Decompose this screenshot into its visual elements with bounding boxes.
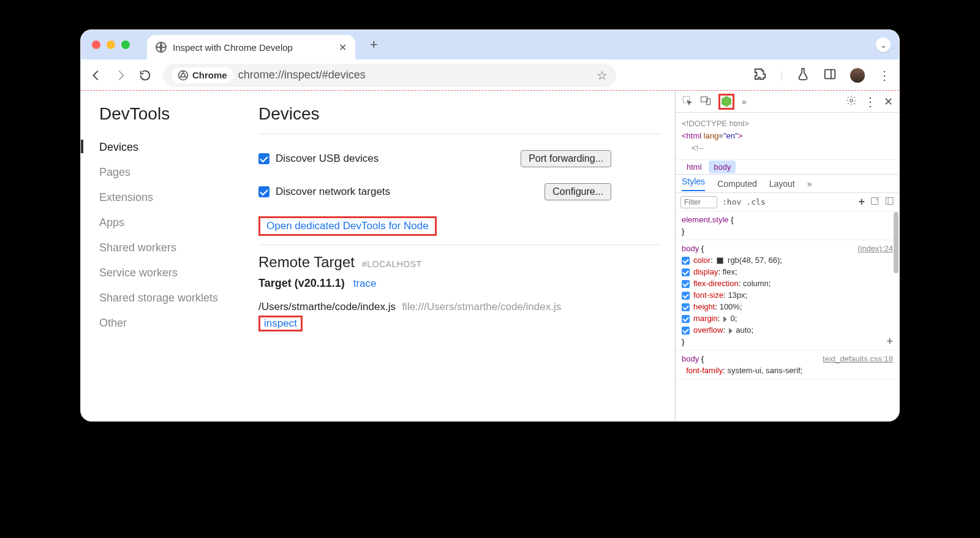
rule-source-2[interactable]: text_defaults.css:18: [823, 353, 893, 365]
sidebar-toggle-icon[interactable]: [884, 196, 894, 208]
remote-target-title: Remote Target: [258, 254, 355, 271]
rule-source[interactable]: (index):24: [858, 243, 893, 254]
svg-rect-8: [886, 198, 893, 205]
browser-tab[interactable]: Inspect with Chrome Develop ✕: [147, 35, 355, 59]
inspect-page: DevTools Devices Pages Extensions Apps S…: [81, 91, 675, 421]
panel-icon[interactable]: [823, 67, 837, 83]
more-tabs-icon[interactable]: »: [742, 97, 747, 107]
target-url: file:///Users/stmarthe/code/index.js: [402, 301, 561, 313]
sidebar-item-shared-workers[interactable]: Shared workers: [99, 235, 258, 260]
sidebar-title: DevTools: [99, 104, 258, 124]
trace-link[interactable]: trace: [353, 278, 377, 290]
add-property-icon[interactable]: +: [886, 336, 893, 347]
address-bar[interactable]: Chrome chrome://inspect/#devices ☆: [163, 64, 616, 87]
maximize-window-icon[interactable]: [121, 40, 130, 49]
target-path: /Users/stmarthe/code/index.js: [258, 301, 396, 313]
bookmark-star-icon[interactable]: ☆: [597, 68, 608, 83]
styles-tabs: Styles Computed Layout »: [676, 175, 899, 193]
sidebar-item-other[interactable]: Other: [99, 311, 258, 336]
rule-body[interactable]: (index):24 body { color: rgb(48, 57, 66)…: [676, 240, 899, 350]
new-rule-icon[interactable]: +: [858, 195, 865, 208]
configure-button[interactable]: Configure...: [545, 183, 611, 200]
flex-overlay-icon[interactable]: [870, 196, 880, 208]
more-styles-tabs-icon[interactable]: »: [807, 179, 812, 189]
devtools-panel: » ⋮ ✕ <!DOCTYPE html> <html lang="en"> <…: [675, 91, 899, 421]
css-property-color[interactable]: color: rgb(48, 57, 66);: [682, 254, 893, 266]
traffic-lights: [92, 40, 130, 49]
open-node-devtools-link[interactable]: Open dedicated DevTools for Node: [258, 216, 437, 236]
toolbar-right: | ⋮: [753, 67, 891, 83]
crumb-html[interactable]: html: [682, 161, 707, 173]
sidebar-item-apps[interactable]: Apps: [99, 210, 258, 235]
hov-toggle[interactable]: :hov: [722, 197, 741, 206]
sidebar-item-extensions[interactable]: Extensions: [99, 185, 258, 210]
rule-text-defaults[interactable]: text_defaults.css:18 body { font-family:…: [676, 350, 899, 379]
close-window-icon[interactable]: [92, 40, 100, 49]
browser-window: Inspect with Chrome Develop ✕ + ⌄ Chrome…: [80, 29, 900, 422]
devtools-menu-icon[interactable]: ⋮: [864, 94, 876, 109]
discover-network-checkbox[interactable]: [258, 186, 270, 197]
toolbar: Chrome chrome://inspect/#devices ☆ | ⋮: [81, 59, 899, 90]
extensions-icon[interactable]: [753, 67, 767, 83]
dom-breadcrumbs: html body: [676, 159, 899, 175]
new-tab-button[interactable]: +: [370, 37, 378, 53]
sidebar: DevTools Devices Pages Extensions Apps S…: [99, 104, 258, 421]
svg-point-1: [181, 74, 185, 77]
inspect-element-icon[interactable]: [682, 95, 693, 108]
profile-avatar[interactable]: [850, 68, 865, 83]
page-title: Devices: [258, 104, 660, 124]
sidebar-item-service-workers[interactable]: Service workers: [99, 260, 258, 286]
settings-gear-icon[interactable]: [846, 95, 857, 108]
css-property-font-size[interactable]: font-size: 13px;: [682, 289, 893, 301]
styles-filter-input[interactable]: [680, 196, 717, 208]
css-property-height[interactable]: height: 100%;: [682, 301, 893, 313]
close-devtools-icon[interactable]: ✕: [884, 95, 893, 108]
devtools-scrollbar[interactable]: [894, 212, 899, 273]
content: DevTools Devices Pages Extensions Apps S…: [81, 90, 899, 421]
tab-layout[interactable]: Layout: [769, 179, 795, 189]
globe-icon: [156, 42, 167, 53]
back-button[interactable]: [89, 69, 103, 82]
cls-toggle[interactable]: .cls: [746, 197, 765, 206]
tabs-dropdown-button[interactable]: ⌄: [876, 37, 891, 52]
svg-point-6: [850, 99, 853, 102]
discover-usb-label: Discover USB devices: [276, 153, 379, 165]
url-text: chrome://inspect/#devices: [238, 69, 608, 81]
styles-filter-bar: :hov .cls +: [676, 193, 899, 211]
tab-computed[interactable]: Computed: [717, 179, 757, 189]
node-devtools-icon[interactable]: [718, 94, 734, 110]
inspect-link[interactable]: inspect: [258, 316, 303, 332]
menu-icon[interactable]: ⋮: [878, 68, 891, 83]
discover-network-label: Discover network targets: [276, 186, 390, 198]
minimize-window-icon[interactable]: [107, 40, 115, 49]
css-property-overflow[interactable]: overflow: auto;: [682, 324, 893, 336]
close-tab-icon[interactable]: ✕: [339, 42, 347, 53]
target-label: Target (v20.11.1): [258, 277, 345, 290]
crumb-body[interactable]: body: [709, 161, 736, 173]
forward-button[interactable]: [114, 69, 127, 82]
main: Devices Discover USB devices Port forwar…: [258, 104, 675, 421]
css-property-margin[interactable]: margin: 0;: [682, 313, 893, 324]
tab-title: Inspect with Chrome Develop: [173, 42, 333, 53]
sidebar-item-devices[interactable]: Devices: [99, 135, 258, 160]
css-property-flex-direction[interactable]: flex-direction: column;: [682, 278, 893, 289]
devtools-toolbar: » ⋮ ✕: [676, 91, 899, 113]
sidebar-item-pages[interactable]: Pages: [99, 160, 258, 185]
chrome-chip: Chrome: [172, 67, 233, 83]
chrome-chip-label: Chrome: [192, 70, 227, 80]
titlebar: Inspect with Chrome Develop ✕ + ⌄: [81, 30, 899, 59]
device-toggle-icon[interactable]: [700, 95, 711, 108]
css-property-display[interactable]: display: flex;: [682, 266, 893, 278]
dom-tree[interactable]: <!DOCTYPE html> <html lang="en"> <!--: [676, 113, 899, 159]
discover-usb-checkbox[interactable]: [258, 153, 270, 164]
rule-element-style[interactable]: element.style {}: [676, 211, 899, 240]
sidebar-item-storage-worklets[interactable]: Shared storage worklets: [99, 286, 258, 311]
reload-button[interactable]: [138, 69, 152, 82]
hexagon-icon: [722, 96, 731, 107]
tab-styles[interactable]: Styles: [682, 176, 705, 191]
port-forwarding-button[interactable]: Port forwarding...: [521, 150, 611, 167]
remote-target-host: #LOCALHOST: [362, 259, 422, 269]
svg-rect-2: [825, 69, 835, 78]
labs-icon[interactable]: [796, 67, 810, 83]
